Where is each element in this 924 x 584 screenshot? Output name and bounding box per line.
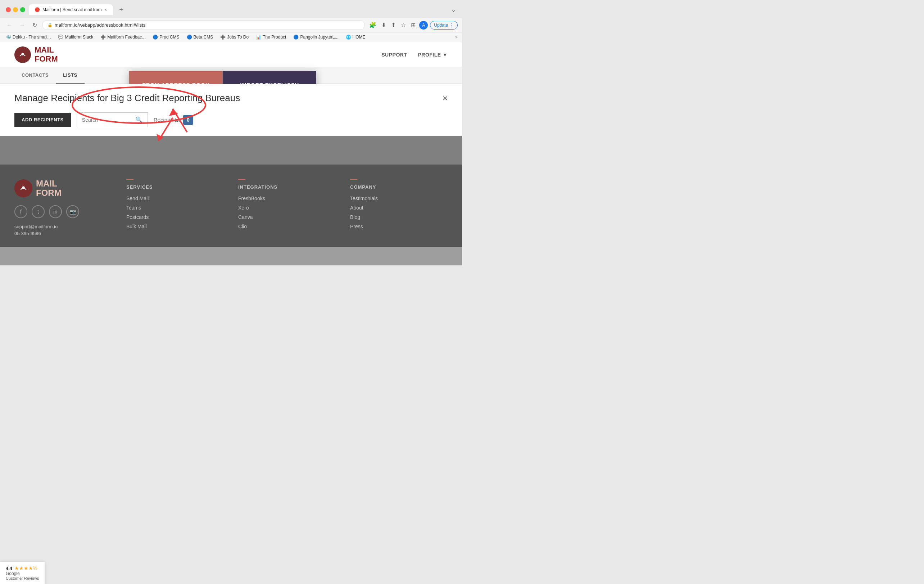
footer-phone: 05-395-9596 [15, 231, 112, 236]
update-button[interactable]: Update ⋮ [430, 21, 458, 30]
footer-xero[interactable]: Xero [238, 205, 336, 211]
gray-content-area [0, 136, 462, 165]
window-controls [6, 7, 25, 12]
manage-toolbar: ADD RECIPIENTS 🔍 Recipients: 0 [15, 112, 447, 127]
bookmark-pangolin[interactable]: 🔵 Pangolin JupyterL... [292, 34, 340, 40]
twitter-icon[interactable]: t [32, 205, 45, 218]
footer-logo-svg [18, 183, 29, 194]
bookmark-pangolin-label: Pangolin JupyterL... [300, 35, 338, 40]
footer-company-column: COMPANY Testimonials About Blog Press [350, 179, 447, 236]
forward-button[interactable]: → [17, 20, 27, 30]
extensions-button[interactable]: 🧩 [368, 20, 378, 30]
reload-button[interactable]: ↻ [30, 20, 39, 30]
header-nav: SUPPORT PROFILE ▼ [381, 52, 447, 58]
svg-point-1 [21, 53, 24, 55]
linkedin-icon[interactable]: in [49, 205, 62, 218]
share-button[interactable]: ⬆ [390, 20, 397, 30]
footer-logo-line1: MAIL [36, 179, 61, 188]
nav-profile[interactable]: PROFILE ▼ [418, 52, 447, 58]
address-bar[interactable]: 🔒 mailform.io/webapp/addressbook.html#/l… [42, 20, 365, 30]
logo-icon [15, 46, 31, 63]
bookmark-beta-cms[interactable]: 🔵 Beta CMS [185, 34, 215, 40]
tab-lists[interactable]: LISTS [56, 67, 84, 84]
beta-cms-icon: 🔵 [187, 35, 192, 40]
search-input[interactable] [82, 117, 132, 123]
bookmark-home[interactable]: 🌐 HOME [344, 34, 367, 40]
footer-bulk-mail[interactable]: Bulk Mail [126, 223, 224, 229]
bookmark-slack-label: Mailform Slack [65, 35, 93, 40]
jobs-icon: ➕ [220, 35, 226, 40]
bookmark-mailform-feedback[interactable]: ➕ Mailform Feedbac... [99, 34, 147, 40]
close-window-dot[interactable] [6, 7, 11, 12]
profile-dropdown-arrow: ▼ [442, 52, 447, 58]
instagram-icon[interactable]: 📷 [66, 205, 79, 218]
app-logo: MAIL FORM [15, 46, 58, 63]
tab-title: Mailform | Send snail mail from [43, 7, 102, 12]
app-header: MAIL FORM SUPPORT PROFILE ▼ [0, 42, 462, 67]
integrations-accent [238, 179, 246, 180]
back-button[interactable]: ← [4, 20, 15, 30]
slack-icon: 💬 [58, 35, 63, 40]
download-button[interactable]: ⬇ [380, 20, 388, 30]
add-recipients-button[interactable]: ADD RECIPIENTS [15, 113, 71, 127]
logo-text: MAIL FORM [35, 46, 58, 63]
footer-content: MAIL FORM f t in 📷 support@mailform.io 0… [15, 179, 447, 236]
tab-contacts[interactable]: CONTACTS [15, 67, 56, 84]
browser-titlebar: 🔴 Mailform | Send snail mail from × + ⌄ [0, 0, 462, 18]
bookmark-jobs-label: Jobs To Do [227, 35, 249, 40]
footer-logo-icon [15, 179, 32, 197]
manage-title: Manage Recipients for Big 3 Credit Repor… [15, 93, 240, 104]
footer-services-column: SERVICES Send Mail Teams Postcards Bulk … [126, 179, 224, 236]
bookmark-prod-cms-label: Prod CMS [159, 35, 179, 40]
lock-icon: 🔒 [48, 23, 53, 27]
bookmark-feedback-label: Mailform Feedbac... [107, 35, 145, 40]
search-box[interactable]: 🔍 [77, 112, 148, 127]
contacts-tab-label: CONTACTS [21, 72, 49, 78]
bookmark-home-label: HOME [353, 35, 366, 40]
footer-clio[interactable]: Clio [238, 223, 336, 229]
browser-profile-avatar[interactable]: A [419, 21, 428, 30]
footer-blog[interactable]: Blog [350, 214, 447, 220]
footer-testimonials[interactable]: Testimonials [350, 195, 447, 201]
footer-postcards[interactable]: Postcards [126, 214, 224, 220]
product-icon: 📊 [256, 35, 261, 40]
minimize-window-dot[interactable] [13, 7, 18, 12]
bookmark-mailform-slack[interactable]: 💬 Mailform Slack [56, 34, 95, 40]
footer-canva[interactable]: Canva [238, 214, 336, 220]
more-bookmarks[interactable]: » [455, 35, 458, 40]
nav-profile-label: PROFILE [418, 52, 441, 58]
maximize-window-dot[interactable] [20, 7, 25, 12]
bookmark-dokku-label: Dokku - The small... [13, 35, 51, 40]
integrations-title: INTEGRATIONS [238, 184, 336, 190]
close-manage-button[interactable]: × [442, 93, 447, 103]
footer-press[interactable]: Press [350, 223, 447, 229]
recipients-label: Recipients: [153, 117, 180, 123]
logo-svg [18, 50, 28, 60]
browser-tab[interactable]: 🔴 Mailform | Send snail mail from × [29, 4, 113, 15]
bookmark-the-product[interactable]: 📊 The Product [254, 34, 287, 40]
footer-teams[interactable]: Teams [126, 205, 224, 211]
footer-freshbooks[interactable]: FreshBooks [238, 195, 336, 201]
manage-recipients-section: Manage Recipients for Big 3 Credit Repor… [0, 84, 462, 136]
bookmarks-bar: 🐳 Dokku - The small... 💬 Mailform Slack … [0, 32, 462, 42]
profile-button[interactable]: ⊞ [409, 20, 417, 30]
logo-text-line1: MAIL [35, 46, 58, 55]
feedback-icon: ➕ [101, 35, 106, 40]
bookmark-button[interactable]: ☆ [399, 20, 407, 30]
new-tab-button[interactable]: + [117, 5, 126, 15]
bookmark-jobs-to-do[interactable]: ➕ Jobs To Do [219, 34, 250, 40]
bookmark-product-label: The Product [263, 35, 286, 40]
recipients-info: Recipients: 0 [153, 115, 193, 125]
bookmark-prod-cms[interactable]: 🔵 Prod CMS [151, 34, 181, 40]
tab-close-button[interactable]: × [105, 7, 107, 12]
nav-support[interactable]: SUPPORT [381, 52, 407, 58]
bookmark-dokku[interactable]: 🐳 Dokku - The small... [4, 34, 52, 40]
lists-tab-label: LISTS [63, 72, 77, 78]
footer-send-mail[interactable]: Send Mail [126, 195, 224, 201]
footer-about[interactable]: About [350, 205, 447, 211]
update-label: Update [434, 23, 448, 28]
pangolin-icon: 🔵 [293, 35, 299, 40]
page-content: MAIL FORM SUPPORT PROFILE ▼ CONTACTS LIS… [0, 42, 462, 265]
tab-menu-icon[interactable]: ⌄ [451, 6, 456, 14]
facebook-icon[interactable]: f [15, 205, 27, 218]
